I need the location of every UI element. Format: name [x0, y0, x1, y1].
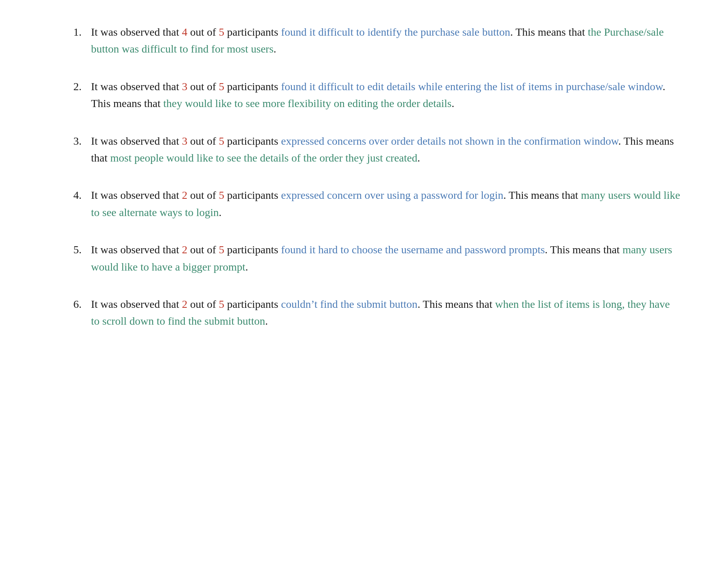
count-number: 2 [182, 189, 187, 201]
observation-text: couldn’t find the submit button [281, 298, 417, 310]
list-item: It was observed that 3 out of 5 particip… [63, 78, 681, 112]
list-item: It was observed that 2 out of 5 particip… [63, 296, 681, 330]
observation-text: found it hard to choose the username and… [281, 244, 545, 256]
observation-text: found it difficult to edit details while… [281, 80, 662, 93]
item-text: It was observed that 3 out of 5 particip… [91, 133, 681, 167]
list-item: It was observed that 2 out of 5 particip… [63, 241, 681, 275]
count-number: 2 [182, 244, 187, 256]
item-text: It was observed that 3 out of 5 particip… [91, 78, 681, 112]
conclusion-text: most people would like to see the detail… [110, 152, 417, 164]
count-number: 3 [182, 80, 187, 93]
observation-text: found it difficult to identify the purch… [281, 26, 510, 38]
count-number: 4 [182, 26, 187, 38]
total-number: 5 [219, 298, 224, 310]
list-item: It was observed that 2 out of 5 particip… [63, 187, 681, 221]
total-number: 5 [219, 244, 224, 256]
count-number: 3 [182, 135, 187, 147]
item-text: It was observed that 2 out of 5 particip… [91, 241, 681, 275]
conclusion-text: they would like to see more flexibility … [163, 97, 451, 109]
total-number: 5 [219, 135, 224, 147]
total-number: 5 [219, 80, 224, 93]
findings-list: It was observed that 4 out of 5 particip… [63, 24, 681, 330]
count-number: 2 [182, 298, 187, 310]
list-item: It was observed that 3 out of 5 particip… [63, 133, 681, 167]
observation-text: expressed concerns over order details no… [281, 135, 618, 147]
total-number: 5 [219, 26, 224, 38]
item-text: It was observed that 2 out of 5 particip… [91, 187, 681, 221]
item-text: It was observed that 2 out of 5 particip… [91, 296, 681, 330]
item-text: It was observed that 4 out of 5 particip… [91, 24, 681, 58]
observation-text: expressed concern over using a password … [281, 189, 503, 201]
list-item: It was observed that 4 out of 5 particip… [63, 24, 681, 58]
total-number: 5 [219, 189, 224, 201]
